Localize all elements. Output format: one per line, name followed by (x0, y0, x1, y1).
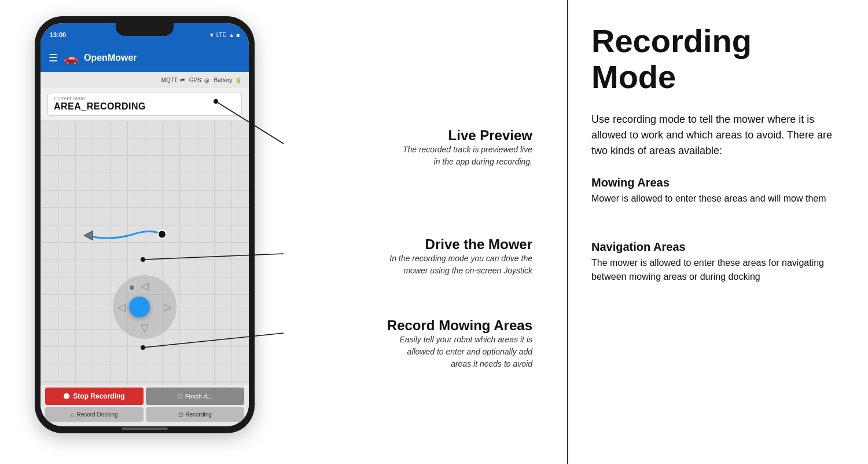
finish-area-button[interactable]: Finish A... (146, 388, 244, 405)
battery-icon: 🔋 (235, 77, 242, 83)
dock-icon: ⌂ (71, 411, 74, 418)
record-areas-description: Easily tell your robot which areas it is… (284, 334, 532, 370)
phone-frame: 13:00 ▼ LTE ▲ ■ ☰ 🚗 OpenMower MQTT: (35, 16, 255, 433)
app-title: OpenMower (84, 53, 137, 63)
state-box: Current State: AREA_RECORDING (47, 93, 242, 116)
network-indicator: ▼ LTE (209, 32, 226, 38)
nav-label: Recording (185, 411, 212, 418)
gps-label: GPS: (189, 77, 203, 83)
menu-icon[interactable]: ☰ (49, 52, 58, 64)
svg-marker-0 (84, 231, 93, 240)
phone-notch (116, 23, 174, 36)
stop-recording-label: Stop Recording (73, 392, 124, 400)
live-preview-description: The recorded track is previewed livein t… (284, 144, 532, 168)
gps-status: GPS: ◎ (189, 77, 209, 83)
gps-icon: ◎ (204, 77, 209, 83)
stop-recording-button[interactable]: Stop Recording (45, 388, 144, 405)
finish-area-icon (177, 393, 183, 399)
joystick[interactable]: ◁ ▽ ◁ ▷ (113, 275, 176, 339)
state-value: AREA_RECORDING (54, 101, 236, 112)
joystick-thumb[interactable] (129, 297, 150, 317)
mowing-areas-title: Mowing Areas (591, 176, 845, 189)
record-areas-label: Record Mowing Areas (284, 317, 532, 334)
mqtt-label: MQTT: (161, 77, 179, 83)
finish-area-label: Finish A... (185, 393, 213, 400)
dock-label: Record Docking (76, 411, 117, 418)
primary-button-row: Stop Recording Finish A... (45, 388, 244, 405)
record-docking-button[interactable]: ⌂ Record Docking (45, 407, 144, 422)
app-logo-icon: 🚗 (64, 51, 78, 65)
navigation-areas-title: Navigation Areas (591, 240, 845, 254)
mqtt-status: MQTT: ⇄ (161, 77, 185, 83)
mowing-areas-description: Mower is allowed to enter these areas an… (591, 192, 845, 206)
drive-mower-description: In the recording mode you can drive them… (284, 253, 532, 277)
phone-home-button (122, 428, 168, 430)
navigation-areas-section: Navigation Areas The mower is allowed to… (591, 240, 845, 284)
nav-recording-button[interactable]: ⊡ Recording (146, 407, 244, 422)
state-label: Current State: (54, 96, 236, 101)
drive-mower-label: Drive the Mower (284, 236, 532, 253)
battery-status: Battery: 🔋 (214, 77, 242, 83)
bottom-buttons: Stop Recording Finish A... ⌂ Record Dock… (41, 385, 249, 426)
mqtt-icon: ⇄ (180, 77, 185, 83)
joystick-down-arrow: ▽ (141, 321, 149, 334)
svg-point-1 (158, 231, 166, 239)
spacer (591, 217, 845, 229)
battery-label: Battery: (214, 77, 234, 83)
left-panel: 13:00 ▼ LTE ▲ ■ ☰ 🚗 OpenMower MQTT: (0, 0, 567, 464)
map-area: ◁ ▽ ◁ ▷ (41, 120, 249, 385)
phone-mockup: 13:00 ▼ LTE ▲ ■ ☰ 🚗 OpenMower MQTT: (35, 16, 255, 433)
page-title: RecordingMode (591, 23, 845, 94)
record-areas-annotation: Record Mowing Areas Easily tell your rob… (284, 317, 532, 370)
status-time: 13:00 (50, 31, 66, 38)
joystick-right-arrow: ▷ (164, 301, 172, 313)
mowing-areas-section: Mowing Areas Mower is allowed to enter t… (591, 176, 845, 206)
joystick-left-arrow: ◁ (117, 301, 126, 313)
live-preview-label: Live Preview (284, 127, 532, 144)
nav-icon: ⊡ (178, 411, 183, 418)
signal-indicator: ▲ ■ (229, 32, 240, 38)
stop-recording-dot (64, 393, 69, 399)
drive-mower-annotation: Drive the Mower In the recording mode yo… (284, 236, 532, 277)
live-preview-annotation: Live Preview The recorded track is previ… (284, 127, 532, 168)
track-path (41, 120, 249, 385)
navigation-areas-description: The mower is allowed to enter these area… (591, 256, 845, 284)
joystick-up-arrow: ◁ (141, 280, 149, 293)
right-panel: RecordingMode Use recording mode to tell… (567, 0, 868, 464)
phone-screen: 13:00 ▼ LTE ▲ ■ ☰ 🚗 OpenMower MQTT: (41, 23, 249, 426)
intro-description: Use recording mode to tell the mower whe… (591, 112, 845, 159)
joystick-outer: ◁ ▽ ◁ ▷ (113, 275, 176, 339)
app-bar: ☰ 🚗 OpenMower (41, 44, 249, 72)
connection-bar: MQTT: ⇄ GPS: ◎ Battery: 🔋 (41, 72, 249, 88)
secondary-button-row: ⌂ Record Docking ⊡ Recording (45, 407, 244, 422)
status-icons: ▼ LTE ▲ ■ (209, 32, 240, 38)
